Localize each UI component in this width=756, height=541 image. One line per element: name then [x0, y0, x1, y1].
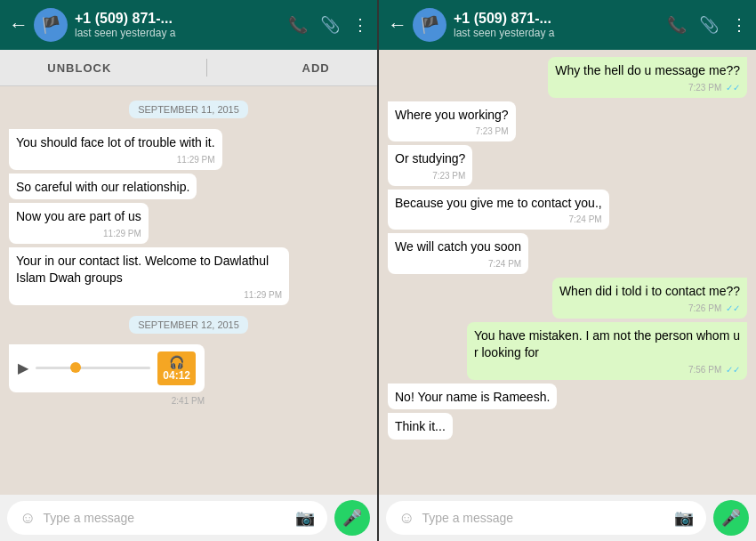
- right-msg-2-time: 7:23 PM: [395, 125, 509, 138]
- left-msg-3-time: 11:29 PM: [16, 228, 141, 240]
- left-back-button[interactable]: ←: [9, 13, 28, 36]
- left-more-icon[interactable]: ⋮: [352, 15, 368, 35]
- right-msg-3: Or studying? 7:23 PM: [388, 145, 472, 186]
- right-msg-2-text: Where you working?: [395, 108, 509, 122]
- left-msg-3-text: Now you are part of us: [16, 209, 141, 223]
- right-input-bar: ☺ Type a message 📷 🎤: [379, 495, 756, 541]
- audio-dot: [70, 362, 81, 373]
- left-msg-4-text: Your in our contact list. Welcome to Daw…: [16, 254, 269, 286]
- left-msg-1-text: You should face lot of trouble with it.: [16, 135, 215, 149]
- right-chat-area: Why the hell do u message me?? 7:23 PM ✓…: [379, 50, 756, 495]
- left-date-label-2: SEPTEMBER 12, 2015: [129, 316, 248, 334]
- right-mic-button[interactable]: 🎤: [713, 500, 749, 536]
- right-message-input[interactable]: Type a message: [422, 511, 667, 525]
- right-msg-8-text: No! Your name is Rameesh.: [395, 390, 550, 404]
- headphone-icon: 🎧: [169, 355, 184, 369]
- left-msg-2-text: So careful with our relationship.: [16, 180, 189, 194]
- left-input-bar: ☺ Type a message 📷 🎤: [0, 495, 377, 541]
- left-message-input[interactable]: Type a message: [43, 511, 288, 525]
- right-msg-7-time: 7:56 PM ✓✓: [474, 364, 740, 376]
- add-button[interactable]: ADD: [302, 61, 330, 75]
- right-msg-9: Think it...: [388, 413, 453, 440]
- left-audio-bubble: ▶ 🎧 04:12: [9, 344, 205, 392]
- right-input-field[interactable]: ☺ Type a message 📷: [386, 501, 706, 535]
- right-more-icon[interactable]: ⋮: [731, 15, 747, 35]
- right-attach-icon[interactable]: 📎: [699, 15, 719, 35]
- left-input-field[interactable]: ☺ Type a message 📷: [7, 501, 327, 535]
- right-msg-4-time: 7:24 PM: [395, 214, 602, 226]
- left-avatar: 🏴: [34, 8, 68, 42]
- right-msg-6-ticks: ✓✓: [726, 303, 740, 313]
- right-back-button[interactable]: ←: [388, 13, 407, 36]
- audio-duration-text: 04:12: [163, 369, 190, 382]
- right-msg-5-text: We will catch you soon: [395, 239, 521, 254]
- action-divider: [206, 59, 207, 77]
- right-msg-5-time: 7:24 PM: [395, 258, 521, 270]
- play-button[interactable]: ▶: [18, 359, 28, 376]
- right-camera-icon[interactable]: 📷: [674, 508, 694, 528]
- right-msg-4: Because you give me to contact you., 7:2…: [388, 190, 609, 230]
- left-date-label-1: SEPTEMBER 11, 2015: [129, 101, 248, 118]
- right-msg-7-ticks: ✓✓: [726, 365, 740, 375]
- right-msg-1-ticks: ✓✓: [726, 83, 740, 93]
- right-msg-2: Where you working? 7:23 PM: [388, 101, 516, 142]
- right-msg-3-time: 7:23 PM: [395, 170, 465, 182]
- left-attach-icon[interactable]: 📎: [320, 15, 340, 35]
- left-msg-3: Now you are part of us 11:29 PM: [9, 203, 149, 244]
- right-msg-3-text: Or studying?: [395, 151, 465, 166]
- left-emoji-icon[interactable]: ☺: [20, 509, 36, 528]
- right-header-info: +1 (509) 871-... last seen yesterday a: [454, 11, 667, 39]
- left-panel: ← 🏴 +1 (509) 871-... last seen yesterday…: [0, 0, 377, 541]
- left-msg-4: Your in our contact list. Welcome to Daw…: [9, 247, 289, 305]
- audio-progress: [36, 367, 150, 369]
- right-msg-6: When did i told i to contact me?? 7:26 P…: [552, 278, 747, 319]
- left-header-icons: 📞 📎 ⋮: [288, 15, 368, 35]
- left-header-info: +1 (509) 871-... last seen yesterday a: [75, 11, 288, 39]
- right-msg-7: You have mistaken. I am not the person w…: [467, 322, 747, 380]
- right-msg-9-text: Think it...: [395, 419, 446, 433]
- left-msg-1: You should face lot of trouble with it. …: [9, 129, 222, 170]
- right-msg-1: Why the hell do u message me?? 7:23 PM ✓…: [548, 57, 747, 98]
- right-msg-4-text: Because you give me to contact you.,: [395, 196, 602, 210]
- left-contact-status: last seen yesterday a: [75, 27, 288, 39]
- left-chat-area: SEPTEMBER 11, 2015 You should face lot o…: [0, 86, 377, 495]
- left-action-bar: UNBLOCK ADD: [0, 50, 377, 86]
- left-msg-4-time: 11:29 PM: [16, 289, 282, 302]
- right-msg-1-time: 7:23 PM ✓✓: [555, 82, 740, 94]
- right-msg-1-text: Why the hell do u message me??: [555, 63, 740, 77]
- right-emoji-icon[interactable]: ☺: [398, 509, 414, 528]
- right-contact-name: +1 (509) 871-...: [454, 11, 667, 27]
- left-msg-2: So careful with our relationship.: [9, 174, 197, 200]
- right-mic-icon: 🎤: [721, 508, 741, 528]
- right-header-icons: 📞 📎 ⋮: [667, 15, 747, 35]
- right-msg-6-text: When did i told i to contact me??: [559, 284, 740, 298]
- left-call-icon[interactable]: 📞: [288, 15, 308, 35]
- left-msg-1-time: 11:29 PM: [16, 154, 215, 166]
- left-header: ← 🏴 +1 (509) 871-... last seen yesterday…: [0, 0, 377, 50]
- right-msg-6-time: 7:26 PM ✓✓: [559, 303, 740, 315]
- unblock-button[interactable]: UNBLOCK: [47, 61, 111, 75]
- right-contact-status: last seen yesterday a: [454, 27, 667, 39]
- left-camera-icon[interactable]: 📷: [295, 508, 315, 528]
- audio-duration: 🎧 04:12: [157, 351, 196, 385]
- right-header: ← 🏴 +1 (509) 871-... last seen yesterday…: [379, 0, 756, 50]
- audio-time: 2:41 PM: [9, 396, 205, 406]
- right-avatar: 🏴: [413, 8, 446, 42]
- right-panel: ← 🏴 +1 (509) 871-... last seen yesterday…: [379, 0, 756, 541]
- right-msg-5: We will catch you soon 7:24 PM: [388, 233, 528, 274]
- right-msg-8: No! Your name is Rameesh.: [388, 384, 557, 410]
- right-call-icon[interactable]: 📞: [667, 15, 687, 35]
- left-contact-name: +1 (509) 871-...: [75, 11, 288, 27]
- right-msg-7-text: You have mistaken. I am not the person w…: [474, 328, 740, 360]
- left-mic-button[interactable]: 🎤: [334, 500, 370, 536]
- left-audio-msg: ▶ 🎧 04:12 2:41 PM: [9, 344, 205, 406]
- left-mic-icon: 🎤: [342, 508, 362, 528]
